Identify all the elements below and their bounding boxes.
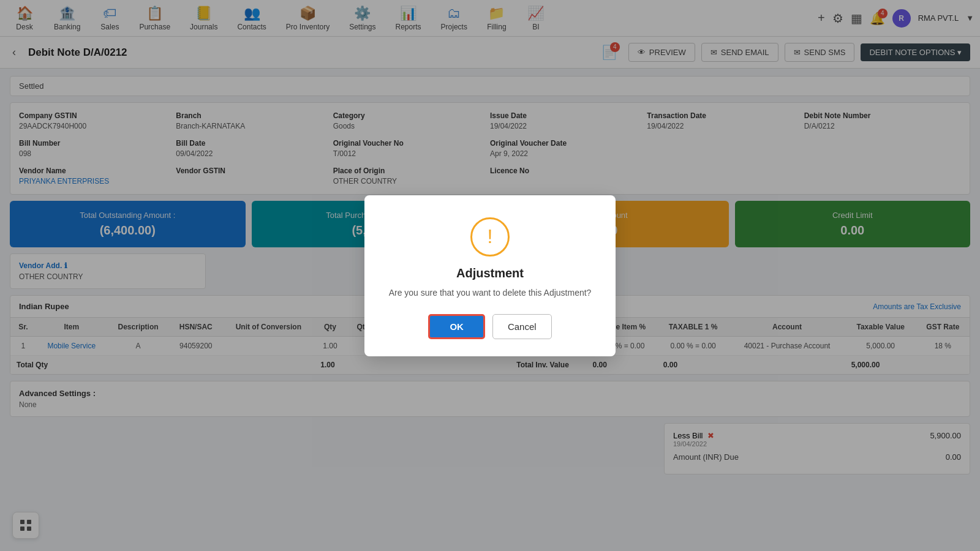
modal-ok-button[interactable]: OK xyxy=(428,314,485,339)
modal-buttons: OK Cancel xyxy=(389,314,592,339)
modal-message: Are you sure that you want to delete thi… xyxy=(389,287,592,299)
modal-overlay: ! Adjustment Are you sure that you want … xyxy=(0,0,980,551)
modal-warning-icon: ! xyxy=(470,217,510,257)
modal-box: ! Adjustment Are you sure that you want … xyxy=(364,195,616,356)
modal-cancel-button[interactable]: Cancel xyxy=(492,314,552,339)
modal-title: Adjustment xyxy=(389,266,592,280)
